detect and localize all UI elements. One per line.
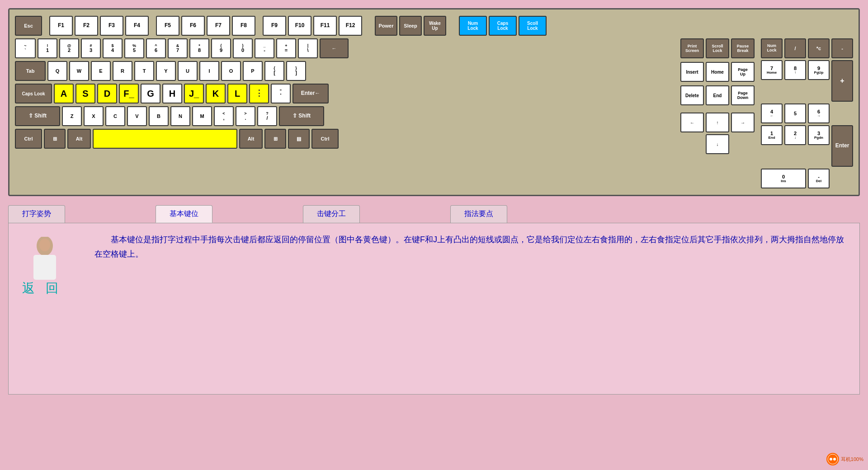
tab-keystroke-division[interactable]: 击键分工 [303,205,360,223]
num-enter-key[interactable]: Enter [831,125,853,167]
arrow-up-key[interactable]: ↑ [706,113,729,132]
alt-left-key[interactable]: Alt [67,129,91,149]
f10-key[interactable]: F10 [288,16,311,36]
0-key[interactable]: )0 [233,38,253,58]
alt-right-key[interactable]: Alt [239,129,263,149]
tilde-key[interactable]: ~` [15,38,36,58]
z-key[interactable]: Z [62,106,82,126]
w-key[interactable]: W [69,61,89,81]
s-key[interactable]: S [75,84,95,103]
f7-key[interactable]: F7 [207,16,230,36]
page-down-key[interactable]: PageDown [731,85,755,105]
o-key[interactable]: O [221,61,241,81]
f5-key[interactable]: F5 [156,16,179,36]
m-key[interactable]: M [192,106,212,126]
arrow-right-key[interactable]: → [731,113,755,132]
home-key[interactable]: Home [706,62,729,82]
caps-lock-key[interactable]: Caps Look [15,84,52,103]
scroll-lock-indicator[interactable]: ScollLock [519,16,547,36]
lbracket-key[interactable]: {[ [264,61,284,81]
num-9-key[interactable]: 9PgUp [808,60,830,80]
c-key[interactable]: C [105,106,125,126]
e-key[interactable]: E [91,61,111,81]
backslash-key[interactable]: |\ [298,38,318,58]
f11-key[interactable]: F11 [313,16,337,36]
scroll-lock-key[interactable]: ScrollLock [706,38,729,58]
num-6-key[interactable]: 6→ [808,103,830,123]
tab-fingering-tips[interactable]: 指法要点 [450,205,507,223]
backspace-key[interactable]: ← [320,38,349,58]
num-lock-indicator[interactable]: NumLock [459,16,487,36]
n-key[interactable]: N [170,106,190,126]
num-3-key[interactable]: 3Pgdn [808,125,830,145]
2-key[interactable]: @2 [59,38,79,58]
6-key[interactable]: ^6 [146,38,166,58]
3-key[interactable]: #3 [81,38,101,58]
num-2-key[interactable]: 2↓ [784,125,806,145]
semicolon-key[interactable]: ⋮ [249,84,269,103]
y-key[interactable]: Y [156,61,176,81]
8-key[interactable]: *8 [189,38,209,58]
pause-break-key[interactable]: PauseBreak [731,38,755,58]
minus-key[interactable]: _- [255,38,274,58]
arrow-down-key[interactable]: ↓ [706,134,729,154]
ctrl-left-key[interactable]: Ctrl [15,129,42,149]
q-key[interactable]: Q [47,61,67,81]
num-4-key[interactable]: 4← [761,103,783,123]
page-up-key[interactable]: PageUp [731,62,755,82]
num-plus-key[interactable]: + [831,60,853,102]
slash-key[interactable]: ?/ [257,106,277,126]
1-key[interactable]: !1 [38,38,57,58]
power-key[interactable]: Power [375,16,397,36]
4-key[interactable]: $4 [103,38,123,58]
tab-typing-posture[interactable]: 打字姿势 [8,205,65,223]
a-key[interactable]: A [54,84,74,103]
i-key[interactable]: I [199,61,219,81]
j-key[interactable]: J_ [184,84,204,103]
r-key[interactable]: R [113,61,132,81]
tab-key[interactable]: Tab [15,61,46,81]
7-key[interactable]: &7 [168,38,188,58]
f12-key[interactable]: F12 [339,16,362,36]
arrow-left-key[interactable]: ← [680,113,704,132]
d-key[interactable]: D [97,84,117,103]
shift-left-key[interactable]: ⇧ Shift [15,106,60,126]
9-key[interactable]: (9 [211,38,231,58]
g-key[interactable]: G [141,84,160,103]
delete-key[interactable]: Delete [680,85,704,105]
num-asterisk-key[interactable]: *c [808,38,830,58]
num-5-key[interactable]: 5 [784,103,806,123]
k-key[interactable]: K [206,84,226,103]
rbracket-key[interactable]: }] [286,61,306,81]
num-del-key[interactable]: -Del [808,169,830,188]
end-key[interactable]: End [706,85,729,105]
print-screen-key[interactable]: PrintScreen [680,38,704,58]
b-key[interactable]: B [149,106,169,126]
num-slash-key[interactable]: / [784,38,806,58]
num-lock-key[interactable]: NumLock [761,38,783,58]
x-key[interactable]: X [84,106,104,126]
wake-up-key[interactable]: WakeUp [424,16,446,36]
caps-lock-indicator[interactable]: CapsLock [489,16,517,36]
spacebar-key[interactable] [93,129,237,149]
num-8-key[interactable]: 8↑ [784,60,806,80]
v-key[interactable]: V [127,106,147,126]
num-0-key[interactable]: 0Ins [761,169,806,188]
quote-key[interactable]: "' [271,84,291,103]
enter-key[interactable]: Enter← [292,84,329,103]
num-1-key[interactable]: 1End [761,125,783,145]
f1-key[interactable]: F1 [49,16,73,36]
menu-key[interactable]: ▤ [288,129,310,149]
comma-key[interactable]: <, [214,106,234,126]
period-key[interactable]: >. [236,106,255,126]
esc-key[interactable]: Esc [15,16,42,36]
f2-key[interactable]: F2 [75,16,98,36]
ctrl-right-key[interactable]: Ctrl [311,129,339,149]
h-key[interactable]: H [162,84,182,103]
f6-key[interactable]: F6 [181,16,205,36]
f-key[interactable]: F_ [119,84,139,103]
num-7-key[interactable]: 7Home [761,60,783,80]
tab-basic-keys[interactable]: 基本键位 [156,205,212,223]
f8-key[interactable]: F8 [232,16,255,36]
shift-right-key[interactable]: ⇧ Shift [279,106,324,126]
